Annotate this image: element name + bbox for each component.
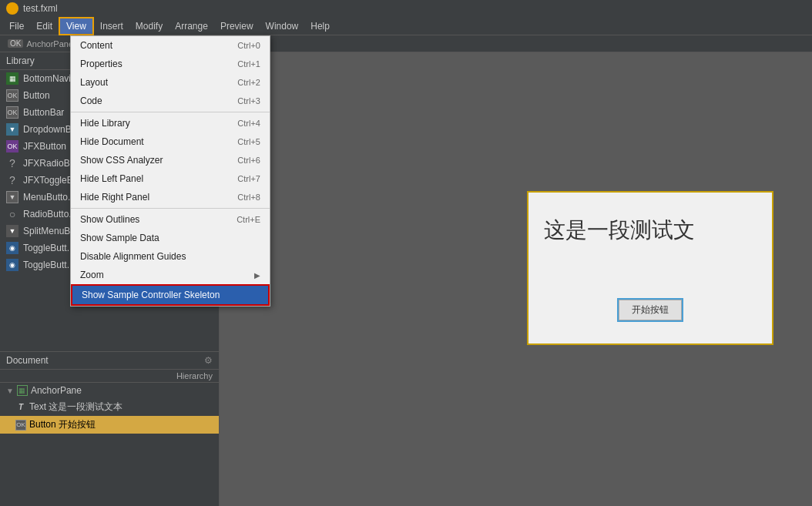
text-label: Text 这是一段测试文本 — [29, 400, 122, 414]
splitmenub-icon: ▼ — [6, 225, 18, 237]
code-label: Code — [80, 96, 102, 106]
dropdown-item-zoom[interactable]: Zoom ▶ — [71, 266, 270, 284]
view-dropdown-menu: Content Ctrl+0 Properties Ctrl+1 Layout … — [70, 35, 270, 307]
dropdown-item-layout[interactable]: Layout Ctrl+2 — [71, 73, 270, 92]
dropdownb-icon: ▼ — [6, 123, 18, 136]
doc-item-text[interactable]: T Text 这是一段测试文本 — [0, 398, 219, 416]
menu-item-modify[interactable]: Modify — [129, 17, 169, 35]
dropdown-item-show-css[interactable]: Show CSS Analyzer Ctrl+6 — [71, 151, 270, 169]
canvas-frame: 这是一段测试文 开始按钮 — [527, 191, 773, 345]
canvas-area: 这是一段测试文 开始按钮 — [220, 52, 812, 506]
app-icon — [6, 2, 18, 15]
show-outlines-shortcut: Ctrl+E — [237, 215, 260, 224]
menu-bar-overlay: File Edit View Insert Modify Arrange Pre… — [0, 17, 812, 35]
canvas-text: 这是一段测试文 — [544, 216, 695, 245]
hierarchy-label: Hierarchy — [176, 371, 213, 380]
hide-right-shortcut: Ctrl+8 — [237, 193, 260, 202]
doc-item-anchorpane[interactable]: ▼ ▦ AnchorPane — [0, 383, 219, 398]
menu-item-view[interactable]: View — [59, 17, 94, 35]
buttonbar-icon: OK — [6, 106, 18, 119]
expand-arrow: ▼ — [6, 387, 14, 395]
menu-item-help[interactable]: Help — [304, 17, 336, 35]
doc-tree: ▼ ▦ AnchorPane T Text 这是一段测试文本 OK Button… — [0, 383, 219, 506]
right-panel: 这是一段测试文 开始按钮 — [220, 52, 812, 506]
bottomnavi-icon: ▦ — [6, 72, 18, 85]
menu-item-file[interactable]: File — [3, 17, 30, 35]
layout-shortcut: Ctrl+2 — [237, 78, 260, 87]
document-col-header: Hierarchy — [0, 370, 219, 383]
radiobutto-label: RadioButto... — [23, 209, 76, 219]
button-node-icon: OK — [15, 420, 26, 431]
menu-item-edit[interactable]: Edit — [30, 17, 59, 35]
hide-document-label: Hide Document — [80, 136, 144, 147]
button-node-label: Button 开始按钮 — [29, 418, 96, 431]
togglebutt1-icon: ◉ — [6, 242, 18, 254]
jfxradiob-icon: ? — [6, 157, 18, 169]
content-label: Content — [80, 40, 112, 51]
zoom-arrow-icon: ▶ — [254, 271, 260, 280]
buttonbar-label: ButtonBar — [23, 107, 64, 118]
hide-library-label: Hide Library — [80, 118, 130, 129]
button-label: Button — [23, 90, 50, 101]
togglebutt1-label: ToggleButt... — [23, 243, 75, 253]
show-outlines-label: Show Outlines — [80, 214, 139, 225]
anchorpane-icon: ▦ — [17, 385, 28, 396]
dropdown-item-code[interactable]: Code Ctrl+3 — [71, 92, 270, 110]
dropdown-item-content[interactable]: Content Ctrl+0 — [71, 36, 270, 55]
menu-item-arrange[interactable]: Arrange — [169, 17, 214, 35]
anchorpane-label: AnchorPane — [31, 385, 82, 396]
content-shortcut: Ctrl+0 — [237, 41, 260, 50]
show-css-label: Show CSS Analyzer — [80, 155, 163, 166]
togglebutt2-label: ToggleButt... — [23, 260, 75, 270]
dropdown-item-show-outlines[interactable]: Show Outlines Ctrl+E — [71, 210, 270, 229]
hide-document-shortcut: Ctrl+5 — [237, 137, 260, 146]
jfxtoggleb-icon: ? — [6, 174, 18, 186]
dropdown-item-hide-document[interactable]: Hide Document Ctrl+5 — [71, 132, 270, 151]
separator-1 — [71, 112, 270, 112]
dropdown-item-disable-alignment[interactable]: Disable Alignment Guides — [71, 247, 270, 266]
disable-alignment-label: Disable Alignment Guides — [80, 251, 186, 262]
togglebutt2-icon: ◉ — [6, 259, 18, 271]
document-section: Document ⚙ Hierarchy ▼ ▦ AnchorPane T Te… — [0, 352, 219, 506]
radiobutto-icon: ○ — [6, 208, 18, 220]
doc-item-button[interactable]: OK Button 开始按钮 — [0, 416, 219, 434]
code-shortcut: Ctrl+3 — [237, 96, 260, 106]
layout-label: Layout — [80, 77, 108, 88]
document-header: Document ⚙ — [0, 352, 219, 370]
show-skeleton-label: Show Sample Controller Skeleton — [82, 290, 220, 300]
jfxbutton-icon: OK — [6, 140, 18, 152]
show-css-shortcut: Ctrl+6 — [237, 156, 260, 165]
hide-left-shortcut: Ctrl+7 — [237, 174, 260, 183]
separator-2 — [71, 208, 270, 209]
properties-shortcut: Ctrl+1 — [237, 59, 260, 69]
menubutto-icon: ▼ — [6, 191, 18, 203]
show-sample-data-label: Show Sample Data — [80, 233, 159, 243]
dropdown-item-hide-library[interactable]: Hide Library Ctrl+4 — [71, 114, 270, 132]
text-icon: T — [15, 402, 26, 413]
dropdown-item-hide-right[interactable]: Hide Right Panel Ctrl+8 — [71, 188, 270, 206]
button-icon: OK — [6, 89, 18, 102]
hide-library-shortcut: Ctrl+4 — [237, 119, 260, 128]
hide-left-label: Hide Left Panel — [80, 173, 143, 184]
breadcrumb-text-1: AnchorPane — [26, 39, 73, 49]
menubutto-label: MenuButto... — [23, 192, 75, 203]
menu-item-preview[interactable]: Preview — [214, 17, 260, 35]
dropdown-item-show-sample-data[interactable]: Show Sample Data — [71, 229, 270, 247]
hide-right-label: Hide Right Panel — [80, 192, 149, 203]
library-title: Library — [6, 55, 35, 66]
menu-item-insert[interactable]: Insert — [94, 17, 129, 35]
canvas-button[interactable]: 开始按钮 — [619, 300, 682, 320]
document-title: Document — [6, 355, 49, 366]
breadcrumb-badge-1: OK — [8, 39, 23, 48]
title-bar: test.fxml — [0, 0, 812, 17]
window-title: test.fxml — [23, 3, 58, 14]
gear-icon[interactable]: ⚙ — [204, 355, 213, 366]
menu-item-window[interactable]: Window — [260, 17, 305, 35]
dropdown-item-show-skeleton[interactable]: Show Sample Controller Skeleton — [71, 284, 270, 306]
dropdown-item-hide-left[interactable]: Hide Left Panel Ctrl+7 — [71, 169, 270, 188]
jfxbutton-label: JFXButton — [23, 141, 66, 152]
zoom-label: Zoom — [80, 270, 104, 280]
properties-label: Properties — [80, 59, 122, 69]
dropdown-item-properties[interactable]: Properties Ctrl+1 — [71, 55, 270, 73]
